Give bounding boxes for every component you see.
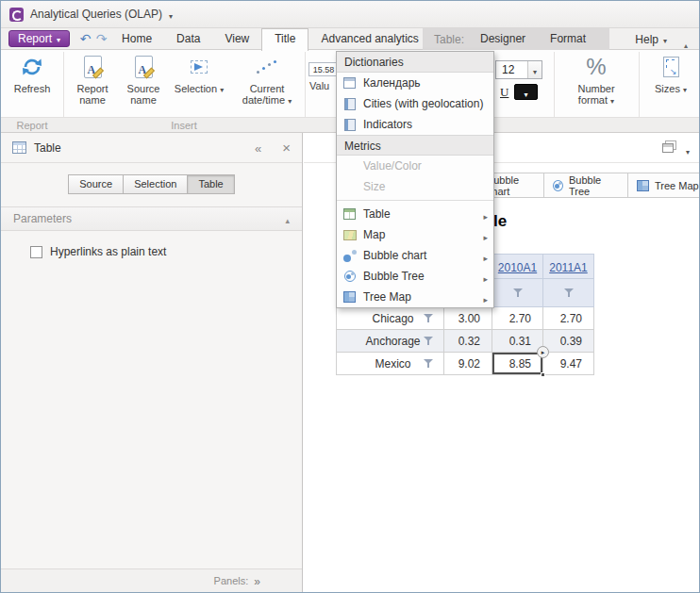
filter-icon[interactable] [423,313,434,323]
hyperlinks-checkbox-row[interactable]: Hyperlinks as plain text [30,245,302,258]
report-name-label: Report name [76,83,108,106]
collapse-panel-icon[interactable] [255,140,261,156]
value-cell[interactable]: 2.70 [543,307,594,330]
filter-cell[interactable] [492,279,543,307]
font-size-combo[interactable]: 12 [495,60,542,79]
bubble-chart-icon [343,250,357,262]
cell-drill-handle-icon[interactable] [537,346,549,358]
column-header-link[interactable]: 2010A1 [498,261,537,274]
filter-icon[interactable] [563,288,575,298]
tab-view[interactable]: View [212,28,261,50]
panels-more-icon[interactable] [254,572,260,589]
report-menu-button[interactable]: Report [8,30,70,47]
dropdown-caret-icon [57,32,60,45]
panel-tab-table[interactable]: Table [187,174,234,194]
bubble-tree-icon [553,180,563,191]
help-menu[interactable]: Help [635,28,667,50]
source-name-button[interactable]: Source name [118,52,169,106]
value-cell[interactable]: 0.31 [492,330,543,353]
row-label-cell[interactable]: Chicago [337,307,444,330]
indicators-dictionary-icon [344,119,356,131]
dropdown-caret-icon [683,83,687,94]
menu-item-indicators[interactable]: Indicators [337,114,493,135]
refresh-button[interactable]: Refresh [7,52,58,94]
menu-item-cities[interactable]: Cities (with geolocation) [337,93,493,114]
value-preview-field[interactable]: 15.58 [308,62,339,76]
row-label-cell[interactable]: Mexico [337,353,444,375]
menu-item-bubble-chart[interactable]: Bubble chart [337,245,493,266]
panel-footer: Panels: [1,568,302,592]
insert-dropdown-menu: Dictionaries Календарь Cities (with geol… [336,51,494,308]
cell-fill-handle[interactable] [541,372,545,377]
menu-separator [337,200,493,201]
tab-data[interactable]: Data [164,28,212,50]
tab-title[interactable]: Title [261,28,308,51]
value-cell[interactable]: 0.39 [543,330,594,353]
refresh-icon [20,55,44,79]
underline-button[interactable]: U [500,85,508,100]
app-title-caret-icon[interactable] [169,6,173,23]
dropdown-caret-icon [524,84,527,101]
value-cell[interactable]: 3.00 [444,307,492,330]
value-cell[interactable]: 9.02 [444,353,492,375]
parameters-accordion-header[interactable]: Parameters [1,206,302,231]
table-row: Mexico 9.02 8.85 9.47 [337,353,594,375]
row-label: Anchorage [365,335,420,348]
panel-tab-source[interactable]: Source [68,174,124,194]
selection-label: Selection [175,83,217,94]
dropdown-caret-icon[interactable] [686,141,690,158]
selected-cell[interactable]: 8.85 [492,353,543,375]
view-button-bubble-tree[interactable]: Bubble Tree [543,173,628,198]
close-panel-icon[interactable] [282,140,291,156]
source-name-icon [135,56,153,78]
window-layout-icon[interactable] [662,143,674,153]
font-size-value: 12 [496,61,527,78]
menu-item-tree-map[interactable]: Tree Map [337,287,493,307]
current-datetime-button[interactable]: Current date/time [232,52,302,107]
cities-dictionary-icon [344,98,356,110]
column-header-cell[interactable]: 2011A1 [543,255,594,279]
panel-header: Table [1,133,302,163]
tab-home[interactable]: Home [109,28,164,50]
sizes-label: Sizes [655,83,680,94]
menu-item-map[interactable]: Map [337,224,493,245]
font-size-dropdown-button[interactable] [527,61,542,78]
undo-icon[interactable] [77,31,93,46]
value-cell[interactable]: 9.47 [543,353,594,375]
redo-icon[interactable] [93,31,109,46]
column-header-link[interactable]: 2011A1 [549,261,587,274]
tree-map-icon [637,180,649,191]
panel-tab-selection[interactable]: Selection [123,174,188,194]
percent-icon [586,54,606,80]
number-format-button[interactable]: Number format [566,52,626,107]
table-row: Anchorage 0.32 0.31 0.39 [337,330,594,353]
filter-icon[interactable] [512,288,524,298]
titlebar: Analytical Queries (OLAP) [1,1,699,28]
row-label-cell[interactable]: Anchorage [337,330,444,353]
sizes-button[interactable]: Sizes [646,52,695,96]
collapse-section-icon [285,210,290,227]
menu-item-bubble-tree[interactable]: Bubble Tree [337,266,493,287]
menu-item-calendar[interactable]: Календарь [337,73,493,93]
menu-section-metrics: Metrics [337,135,493,156]
tab-format[interactable]: Format [538,28,598,50]
submenu-arrow-icon [483,272,488,285]
filter-icon[interactable] [423,358,434,369]
filter-icon[interactable] [423,336,434,346]
column-header-cell[interactable]: 2010A1 [492,255,543,279]
selection-button[interactable]: Selection [171,52,227,96]
row-label: Mexico [375,357,410,371]
report-name-button[interactable]: Report name [67,52,118,106]
hyperlinks-checkbox[interactable] [30,246,42,258]
dropdown-caret-icon [220,83,224,94]
filter-cell[interactable] [543,279,594,307]
tab-designer[interactable]: Designer [468,28,538,50]
dropdown-caret-icon [533,61,537,78]
font-color-swatch-button[interactable] [514,84,538,100]
value-cell[interactable]: 0.32 [444,330,492,353]
value-cell[interactable]: 2.70 [492,307,543,330]
tab-advanced-analytics[interactable]: Advanced analytics [308,28,430,50]
menu-item-table[interactable]: Table [337,204,493,224]
view-button-tree-map[interactable]: Tree Map [627,173,699,198]
group-label-report: Report [7,120,58,131]
